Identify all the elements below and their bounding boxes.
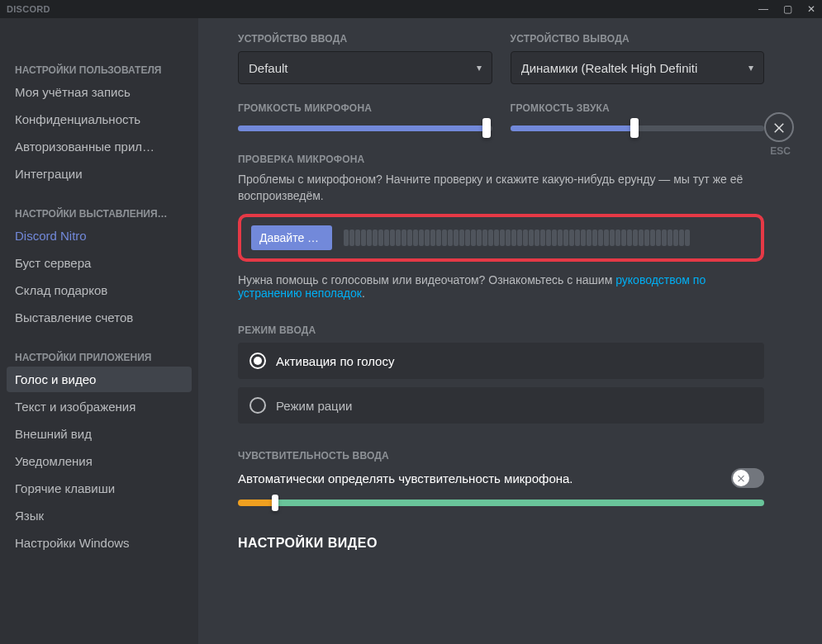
close-icon	[772, 120, 786, 135]
titlebar: DISCORD — ▢ ✕	[0, 0, 822, 18]
video-settings-header: НАСТРОЙКИ ВИДЕО	[238, 536, 764, 551]
close-window-button[interactable]: ✕	[807, 3, 815, 15]
mic-test-button[interactable]: Давайте пр…	[251, 225, 332, 250]
toggle-knob	[733, 470, 749, 486]
sidebar-item-integrations[interactable]: Интеграции	[7, 161, 192, 187]
sidebar-item-notifications[interactable]: Уведомления	[7, 448, 192, 474]
sidebar-item-appearance[interactable]: Внешний вид	[7, 421, 192, 447]
output-device-label: УСТРОЙСТВО ВЫВОДА	[511, 33, 765, 45]
close-settings-button[interactable]	[764, 112, 794, 142]
sidebar-item-windows[interactable]: Настройки Windows	[7, 530, 192, 556]
output-volume-label: ГРОМКОСТЬ ЗВУКА	[511, 102, 765, 114]
input-device-value: Default	[249, 61, 288, 75]
mic-test-desc: Проблемы с микрофоном? Начните проверку …	[238, 172, 764, 204]
sensitivity-auto-toggle[interactable]	[731, 468, 764, 488]
output-device-value: Динамики (Realtek High Definiti	[521, 61, 698, 75]
sidebar-header-billing: НАСТРОЙКИ ВЫСТАВЛЕНИЯ…	[7, 203, 192, 223]
sidebar-item-my-account[interactable]: Моя учётная запись	[7, 79, 192, 105]
sidebar-item-text-images[interactable]: Текст и изображения	[7, 394, 192, 419]
mic-test-label: ПРОВЕРКА МИКРОФОНА	[238, 154, 764, 165]
input-mode-label: РЕЖИМ ВВОДА	[238, 324, 764, 336]
output-device-select[interactable]: Динамики (Realtek High Definiti ▾	[511, 51, 765, 84]
sidebar-header-app: НАСТРОЙКИ ПРИЛОЖЕНИЯ	[7, 347, 192, 367]
input-mode-voice-label: Активация по голосу	[276, 354, 394, 368]
sidebar-item-authorized-apps[interactable]: Авторизованные прил…	[7, 134, 192, 159]
sensitivity-slider[interactable]	[238, 500, 764, 506]
sidebar-item-keybinds[interactable]: Горячие клавиши	[7, 476, 192, 501]
sidebar-header-user: НАСТРОЙКИ ПОЛЬЗОВАТЕЛЯ	[7, 59, 192, 79]
minimize-button[interactable]: —	[758, 3, 768, 15]
input-mode-ptt-label: Режим рации	[276, 399, 352, 413]
voice-help-text: Нужна помощь с голосовым или видеочатом?…	[238, 273, 764, 300]
mic-level-meter	[344, 230, 751, 246]
chevron-down-icon: ▾	[477, 62, 482, 73]
chevron-down-icon: ▾	[748, 62, 753, 73]
sidebar-item-privacy[interactable]: Конфиденциальность	[7, 107, 192, 132]
input-mode-push-to-talk[interactable]: Режим рации	[238, 387, 764, 424]
app-brand: DISCORD	[7, 4, 50, 14]
sidebar-item-gift-inventory[interactable]: Склад подарков	[7, 277, 192, 303]
sensitivity-auto-label: Автоматически определять чувствительност…	[238, 471, 573, 485]
radio-icon	[249, 397, 266, 414]
radio-icon	[249, 353, 266, 369]
input-volume-label: ГРОМКОСТЬ МИКРОФОНА	[238, 102, 492, 114]
sensitivity-label: ЧУВСТВИТЕЛЬНОСТЬ ВВОДА	[238, 450, 764, 462]
input-mode-voice-activity[interactable]: Активация по голосу	[238, 343, 764, 379]
mic-test-highlight: Давайте пр…	[238, 214, 764, 262]
close-label: ESC	[770, 145, 791, 157]
close-icon	[736, 473, 746, 483]
sidebar-item-language[interactable]: Язык	[7, 503, 192, 528]
settings-sidebar: НАСТРОЙКИ ПОЛЬЗОВАТЕЛЯ Моя учётная запис…	[0, 18, 198, 644]
input-volume-slider[interactable]	[238, 121, 492, 135]
sidebar-item-server-boost[interactable]: Буст сервера	[7, 250, 192, 276]
input-device-label: УСТРОЙСТВО ВВОДА	[238, 33, 492, 45]
sidebar-item-nitro[interactable]: Discord Nitro	[7, 223, 192, 249]
settings-content: УСТРОЙСТВО ВВОДА Default ▾ УСТРОЙСТВО ВЫ…	[198, 18, 822, 644]
sidebar-item-billing[interactable]: Выставление счетов	[7, 305, 192, 330]
sidebar-item-voice-video[interactable]: Голос и видео	[7, 367, 192, 392]
output-volume-slider[interactable]	[511, 121, 765, 135]
window-buttons: — ▢ ✕	[758, 3, 815, 15]
input-device-select[interactable]: Default ▾	[238, 51, 492, 84]
maximize-button[interactable]: ▢	[783, 3, 792, 15]
